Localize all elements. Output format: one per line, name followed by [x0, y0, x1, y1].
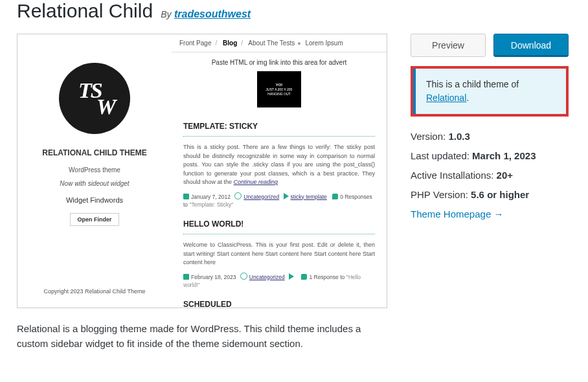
ss-nav: Front Page/ Blog/ About The Tests● Lorem…	[172, 34, 387, 52]
ss-post3-title: SCHEDULED	[183, 300, 375, 308]
byline: By tradesouthwest	[161, 8, 251, 20]
meta-updated: Last updated: March 1, 2023	[411, 146, 569, 166]
ss-ad-hint: Paste HTML or img link into this area fo…	[179, 59, 379, 66]
ss-subtitle2: Now with sideout widget	[60, 180, 129, 187]
ss-post1-meta: January 7, 2012 Uncategorized sticky tem…	[183, 192, 375, 210]
ss-post1-body: This is a sticky post. There are a few t…	[183, 143, 375, 187]
ss-nav-lorem: Lorem Ipsum	[305, 39, 343, 47]
download-button[interactable]: Download	[493, 34, 569, 57]
ss-ad-box: YO! JUST A 200 X 200 HANGING OUT	[257, 71, 301, 107]
meta-php: PHP Version: 5.6 or higher	[411, 185, 569, 205]
ss-widget-label: Widget Findwords	[66, 196, 123, 204]
ss-post2-title: HELLO WORLD!	[183, 219, 375, 229]
arrow-icon: →	[493, 208, 503, 219]
ss-continue-link: Continue reading	[234, 179, 278, 185]
ss-post2-meta: February 18, 2023 Uncategorized 1 Respon…	[183, 273, 375, 290]
meta-version: Version: 1.0.3	[411, 127, 569, 146]
theme-homepage-link[interactable]: Theme Homepage →	[411, 208, 503, 219]
notice-text: This is a child theme of	[426, 79, 519, 89]
ss-nav-blog: Blog	[223, 39, 237, 47]
meta-installs: Active Installations: 20+	[411, 166, 569, 185]
ss-open-finder: Open Finder	[70, 213, 119, 226]
ss-copyright: Copyright 2023 Relational Child Theme	[44, 288, 146, 298]
ss-nav-about: About The Tests	[248, 39, 295, 47]
ss-nav-front: Front Page	[179, 39, 211, 47]
preview-button[interactable]: Preview	[411, 34, 486, 57]
theme-screenshot: TSW RELATIONAL CHILD THEME WordPress the…	[17, 34, 387, 308]
ss-post1-title: TEMPLATE: STICKY	[183, 122, 375, 131]
theme-description: Relational is a blogging theme made for …	[17, 321, 387, 352]
parent-theme-link[interactable]: Relational	[426, 93, 466, 103]
page-title: Relational Child	[17, 0, 153, 22]
ss-subtitle1: WordPress theme	[69, 166, 120, 174]
logo: TSW	[59, 63, 130, 134]
by-label: By	[161, 9, 171, 19]
author-link[interactable]: tradesouthwest	[174, 8, 251, 19]
ss-theme-name: RELATIONAL CHILD THEME	[42, 148, 147, 157]
ss-post2-body: Welcome to ClassicPress. This is your fi…	[183, 241, 375, 267]
child-theme-notice: This is a child theme of Relational.	[411, 66, 569, 117]
